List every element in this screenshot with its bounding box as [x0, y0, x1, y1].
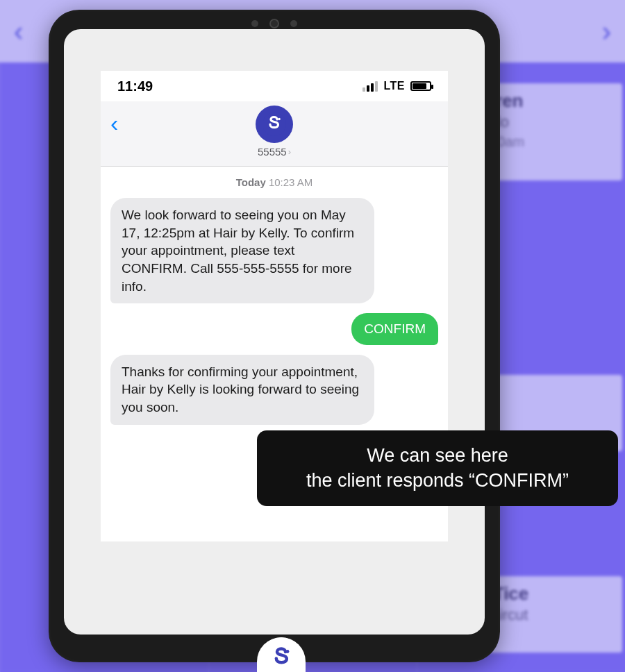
incoming-message[interactable]: We look forward to seeing you on May 17,… — [110, 198, 374, 303]
thread-timestamp: Today 10:23 AM — [110, 176, 438, 188]
sender-number: 55555 — [258, 146, 287, 158]
incoming-message[interactable]: Thanks for confirming your appointment, … — [110, 355, 374, 425]
brand-logo-icon — [266, 643, 297, 672]
tablet-screen: 11:49 LTE ‹ — [64, 29, 485, 635]
sender-avatar[interactable] — [256, 106, 293, 143]
chevron-right-icon: › — [288, 146, 291, 157]
battery-icon — [410, 81, 431, 91]
messages-header: ‹ 55555 › — [101, 101, 448, 167]
caption-line: the client responds “CONFIRM” — [274, 468, 601, 493]
phone-status-bar: 11:49 LTE — [101, 71, 448, 101]
svg-point-3 — [286, 650, 290, 653]
tablet-frame: 11:49 LTE ‹ — [49, 10, 500, 662]
sender-name-row[interactable]: 55555 › — [258, 146, 291, 158]
back-button[interactable]: ‹ — [110, 106, 138, 135]
status-time: 11:49 — [117, 78, 153, 94]
tablet-camera-notch — [233, 19, 316, 28]
caption-line: We can see here — [274, 443, 601, 468]
outgoing-message[interactable]: CONFIRM — [351, 313, 438, 345]
network-label: LTE — [383, 80, 405, 92]
video-caption: We can see here the client responds “CON… — [257, 430, 618, 506]
svg-point-1 — [278, 118, 281, 121]
brand-logo-icon — [262, 112, 286, 136]
signal-icon — [362, 81, 378, 92]
